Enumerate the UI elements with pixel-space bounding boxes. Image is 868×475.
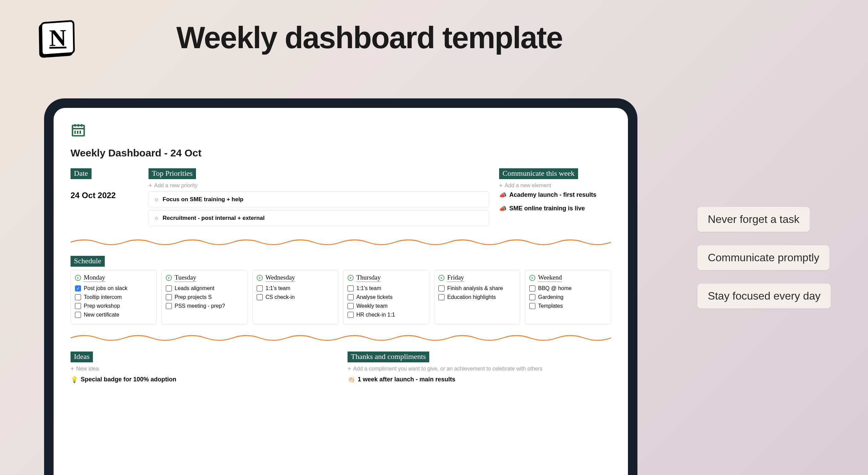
plus-icon: + (149, 183, 152, 189)
checkbox[interactable] (348, 303, 354, 309)
task-text: Prep workshop (84, 303, 120, 309)
checkbox[interactable] (529, 285, 535, 291)
checkbox[interactable] (257, 285, 263, 291)
day-header[interactable]: ▾Friday (438, 274, 516, 282)
task-text: PSS meeting - prep? (175, 303, 225, 309)
task-row[interactable]: Prep workshop (75, 303, 152, 309)
toggle-icon[interactable]: ▾ (438, 275, 445, 281)
task-row[interactable]: ✓Post jobs on slack (75, 285, 152, 291)
megaphone-icon: 📣 (499, 205, 507, 212)
day-card: ▾Monday✓Post jobs on slackTooltip interc… (71, 270, 157, 324)
toggle-icon[interactable]: ▾ (529, 275, 535, 281)
task-row[interactable]: Weekly team (348, 303, 425, 309)
task-text: 1:1's team (356, 285, 381, 291)
day-card: ▾WeekendBBQ @ homeGardeningTemplates (525, 270, 611, 324)
task-text: Analyse tickets (356, 294, 393, 300)
task-row[interactable]: New certificate (75, 312, 152, 318)
checkbox[interactable] (75, 312, 81, 318)
day-name: Monday (84, 274, 105, 282)
day-header[interactable]: ▾Weekend (529, 274, 607, 282)
day-header[interactable]: ▾Monday (75, 274, 152, 282)
checkbox[interactable] (348, 312, 354, 318)
checkbox[interactable] (166, 294, 172, 300)
task-text: CS check-in (265, 294, 295, 300)
checkbox[interactable] (75, 294, 81, 300)
checkbox[interactable] (529, 303, 535, 309)
toggle-icon[interactable]: ▾ (257, 275, 263, 281)
day-card: ▾Thursday1:1's teamAnalyse ticketsWeekly… (343, 270, 429, 324)
task-text: 1:1's team (265, 285, 290, 291)
lightbulb-icon: 💡 (71, 376, 78, 383)
idea-item[interactable]: 💡 Special badge for 100% adoption (71, 376, 334, 383)
priority-item[interactable]: ☼ Focus on SME training + help (149, 191, 489, 207)
checkbox[interactable] (257, 294, 263, 300)
checkbox[interactable] (348, 285, 354, 291)
checkbox[interactable]: ✓ (75, 285, 81, 291)
task-row[interactable]: Prep projects S (166, 294, 243, 300)
task-row[interactable]: Finish analysis & share (438, 285, 516, 291)
toggle-icon[interactable]: ▾ (166, 275, 172, 281)
day-header[interactable]: ▾Thursday (348, 274, 425, 282)
task-row[interactable]: 1:1's team (348, 285, 425, 291)
divider-wavy (71, 238, 611, 247)
schedule-label: Schedule (71, 256, 105, 267)
add-communicate-button[interactable]: + Add a new element (499, 183, 611, 189)
checkbox[interactable] (166, 285, 172, 291)
task-row[interactable]: PSS meeting - prep? (166, 303, 243, 309)
add-idea-button[interactable]: + New idea (71, 366, 334, 372)
schedule-grid: ▾Monday✓Post jobs on slackTooltip interc… (71, 270, 611, 324)
day-card: ▾FridayFinish analysis & shareEducation … (434, 270, 520, 324)
task-row[interactable]: Tooltip intercom (75, 294, 152, 300)
ideas-label: Ideas (71, 352, 93, 362)
clap-icon: 👏🏻 (348, 376, 355, 383)
checkbox[interactable] (75, 303, 81, 309)
task-row[interactable]: 1:1's team (257, 285, 334, 291)
task-row[interactable]: Analyse tickets (348, 294, 425, 300)
checkbox[interactable] (438, 285, 445, 291)
thanks-item[interactable]: 👏🏻 1 week after launch - main results (348, 376, 611, 383)
checkbox[interactable] (438, 294, 445, 300)
checkbox[interactable] (166, 303, 172, 309)
plus-icon: + (499, 183, 503, 189)
task-text: Leads alignment (175, 285, 214, 291)
communicate-item[interactable]: 📣 Academy launch - first results (499, 191, 611, 199)
gear-sun-icon: ☼ (154, 196, 159, 203)
priority-item[interactable]: ☼ Recruitment - post internal + external (149, 210, 489, 226)
divider-wavy (71, 333, 611, 343)
communicate-item[interactable]: 📣 SME online training is live (499, 205, 611, 212)
task-row[interactable]: CS check-in (257, 294, 334, 300)
toggle-icon[interactable]: ▾ (348, 275, 354, 281)
add-thanks-button[interactable]: + Add a compliment you want to give, or … (348, 366, 611, 372)
callout-stack: Never forget a task Communicate promptly… (697, 207, 831, 308)
gear-sun-icon: ☼ (154, 214, 159, 222)
callout-card: Communicate promptly (697, 245, 829, 270)
thanks-label: Thanks and compliments (348, 352, 429, 362)
task-row[interactable]: HR check-in 1:1 (348, 312, 425, 318)
page-heading: Weekly dashboard template (176, 20, 563, 55)
checkbox[interactable] (529, 294, 535, 300)
task-text: Post jobs on slack (84, 285, 127, 291)
task-row[interactable]: Education highlights (438, 294, 516, 300)
task-text: Templates (538, 303, 563, 309)
calendar-icon (71, 122, 611, 141)
tablet-frame: Weekly Dashboard - 24 Oct Date 24 Oct 20… (44, 98, 637, 475)
day-name: Wednesday (265, 274, 295, 282)
callout-card: Never forget a task (697, 207, 809, 232)
page-title: Weekly Dashboard - 24 Oct (71, 147, 611, 159)
task-row[interactable]: Templates (529, 303, 607, 309)
day-header[interactable]: ▾Wednesday (257, 274, 334, 282)
add-priority-button[interactable]: + Add a new priority (149, 183, 489, 189)
task-row[interactable]: Gardening (529, 294, 607, 300)
checkbox[interactable] (348, 294, 354, 300)
notion-logo-icon: N (40, 20, 75, 56)
task-row[interactable]: Leads alignment (166, 285, 243, 291)
day-name: Weekend (538, 274, 562, 282)
toggle-icon[interactable]: ▾ (75, 275, 81, 281)
task-row[interactable]: BBQ @ home (529, 285, 607, 291)
plus-icon: + (71, 366, 74, 372)
plus-icon: + (348, 366, 351, 372)
day-header[interactable]: ▾Tuesday (166, 274, 243, 282)
day-name: Tuesday (175, 274, 196, 282)
task-text: Education highlights (447, 294, 496, 300)
priorities-label: Top Priorities (149, 168, 196, 179)
